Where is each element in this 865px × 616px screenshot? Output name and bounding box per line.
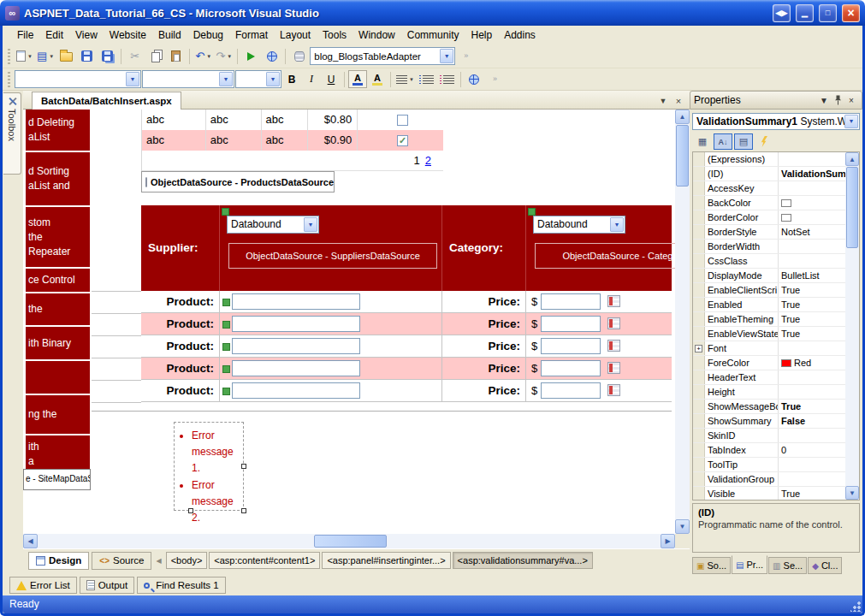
nav-item[interactable]: ith Binary <box>26 327 90 359</box>
underline-button[interactable]: U <box>322 70 341 88</box>
price-textbox[interactable] <box>541 382 601 399</box>
property-row[interactable]: (Expressions) <box>693 152 859 167</box>
product-textbox[interactable] <box>232 293 360 310</box>
dropdown-arrow-icon[interactable]: ▼ <box>610 217 624 232</box>
save-all-button[interactable] <box>98 47 117 66</box>
price-textbox[interactable] <box>541 316 601 332</box>
events-button[interactable] <box>755 133 773 150</box>
solution-explorer-tab[interactable]: ▣So... <box>692 557 731 574</box>
product-textbox[interactable] <box>232 338 360 354</box>
property-row[interactable]: EnabledTrue <box>693 298 859 312</box>
databound-icon[interactable] <box>222 299 230 306</box>
property-row[interactable]: EnableClientScriTrue <box>693 283 859 298</box>
scroll-left-button[interactable]: ◀ <box>23 534 38 548</box>
open-file-button[interactable] <box>56 47 76 66</box>
close-button[interactable]: × <box>842 4 860 22</box>
product-textbox[interactable] <box>232 382 360 399</box>
font-size-combo[interactable]: ▼ <box>235 70 281 88</box>
vertical-scrollbar[interactable]: ▲ ▼ <box>675 110 690 534</box>
scroll-up-button[interactable]: ▲ <box>675 110 690 124</box>
property-row[interactable]: BackColor <box>693 196 859 210</box>
window-menu-button[interactable]: ▼ <box>817 94 831 107</box>
pin-button[interactable] <box>831 94 844 107</box>
sitemap-datasource-label[interactable]: e - SiteMapDataSource1 <box>23 469 91 490</box>
scroll-down-button[interactable]: ▼ <box>845 486 859 500</box>
combo-dropdown-icon[interactable]: ▼ <box>844 115 858 128</box>
property-row[interactable]: EnableThemingTrue <box>693 312 859 327</box>
align-button[interactable]: ▼ <box>394 70 416 89</box>
menu-item-website[interactable]: Website <box>104 27 152 44</box>
properties-view-button[interactable]: ▤ <box>734 133 753 150</box>
smart-tag-icon[interactable] <box>222 208 229 216</box>
table-adapter-icon-button[interactable] <box>289 47 309 66</box>
window-nav-button[interactable]: ◀▶ <box>773 4 791 22</box>
redo-button[interactable]: ↷▼ <box>214 47 234 66</box>
horizontal-scroll-thumb[interactable] <box>314 535 387 548</box>
toolbar-overflow-button[interactable]: » <box>456 47 476 66</box>
suppliers-objectdatasource[interactable]: ObjectDataSource - SuppliersDataSource <box>228 243 437 269</box>
nav-item[interactable]: the <box>26 293 90 325</box>
menu-item-window[interactable]: Window <box>353 27 401 44</box>
menu-item-build[interactable]: Build <box>152 27 187 44</box>
property-row[interactable]: VisibleTrue <box>693 487 859 500</box>
menu-item-community[interactable]: Community <box>401 27 465 44</box>
design-view-tab[interactable]: Design <box>28 552 89 570</box>
output-tab[interactable]: Output <box>80 577 135 594</box>
property-row[interactable]: TabIndex0 <box>693 443 859 458</box>
design-canvas[interactable]: d DeletingaListd SortingaList andstomthe… <box>23 110 675 534</box>
property-row[interactable]: EnableViewStateTrue <box>693 327 859 341</box>
bullet-list-button[interactable] <box>417 70 436 89</box>
numbered-list-button[interactable] <box>437 70 457 89</box>
products-gridview[interactable]: abcabcabc$0.80abcabcabc$0.90✓12 <box>141 110 443 171</box>
validation-summary-control[interactable]: Error message 1.Error message 2. <box>174 422 244 511</box>
databound-icon[interactable] <box>222 365 230 373</box>
menu-item-debug[interactable]: Debug <box>187 27 229 44</box>
categories-objectdatasource[interactable]: ObjectDataSource - Catego <box>535 243 675 269</box>
row-checkbox[interactable]: ✓ <box>397 135 408 146</box>
toolbar-grip[interactable] <box>8 49 10 64</box>
property-row[interactable]: BorderColor <box>693 210 859 225</box>
property-row[interactable]: +Font <box>693 341 859 356</box>
title-bar[interactable]: ∞ ASPNET_Data_Tutorial_66_CS - Microsoft… <box>0 0 865 26</box>
cut-button[interactable]: ✂ <box>125 47 145 66</box>
document-tab[interactable]: BatchData/BatchInsert.aspx <box>32 92 181 110</box>
property-row[interactable]: HeaderText <box>693 370 859 385</box>
expand-icon[interactable]: + <box>695 345 702 352</box>
property-grid-scrollbar[interactable]: ▲ ▼ <box>845 152 859 500</box>
table-adapter-combo[interactable]: blog_BlogsTableAdapter▼ <box>310 47 455 65</box>
find-results-tab[interactable]: Find Results 1 <box>137 577 226 594</box>
resize-handle-bottom-left[interactable] <box>188 508 193 513</box>
menu-item-format[interactable]: Format <box>229 27 274 44</box>
horizontal-scrollbar[interactable]: ◀ ▶ <box>23 534 675 548</box>
combo-dropdown-icon[interactable]: ▼ <box>126 72 139 86</box>
properties-tab[interactable]: ▤Pr... <box>732 555 767 574</box>
highlight-button[interactable]: A <box>368 70 387 88</box>
tag-crumb[interactable]: <asp:content#content1> <box>209 552 320 569</box>
nav-item[interactable]: ng the <box>26 395 90 434</box>
undo-button[interactable]: ↶▼ <box>193 47 213 66</box>
maximize-button[interactable]: □ <box>819 4 837 22</box>
hyperlink-button[interactable] <box>465 70 484 89</box>
error-list-tab[interactable]: Error List <box>9 577 77 594</box>
tag-crumb[interactable]: <asp:panel#insertinginter...> <box>322 552 450 569</box>
scroll-thumb[interactable] <box>846 167 858 248</box>
start-debug-button[interactable] <box>241 47 261 66</box>
nav-item[interactable]: itha <box>26 435 90 473</box>
scroll-right-button[interactable]: ▶ <box>661 534 675 548</box>
property-row[interactable]: AccessKey <box>693 181 859 196</box>
property-row[interactable]: ToolTip <box>693 458 859 472</box>
resize-handle-bottom-right[interactable] <box>241 508 246 513</box>
menu-item-help[interactable]: Help <box>465 27 498 44</box>
nav-item[interactable]: d DeletingaList <box>26 110 90 151</box>
tag-crumb[interactable]: <body> <box>166 552 208 569</box>
font-color-button[interactable]: A <box>348 70 367 88</box>
property-row[interactable]: DisplayModeBulletList <box>693 269 859 283</box>
pager-page-link[interactable]: 2 <box>425 154 431 167</box>
price-textbox[interactable] <box>541 338 601 354</box>
combo-dropdown-icon[interactable]: ▼ <box>440 49 453 63</box>
new-item-button[interactable]: ▼ <box>15 47 34 66</box>
vertical-scroll-thumb[interactable] <box>676 125 689 187</box>
dropdown-arrow-icon[interactable]: ▼ <box>304 217 317 232</box>
menu-item-edit[interactable]: Edit <box>39 27 69 44</box>
style-combo[interactable]: ▼ <box>15 70 141 88</box>
